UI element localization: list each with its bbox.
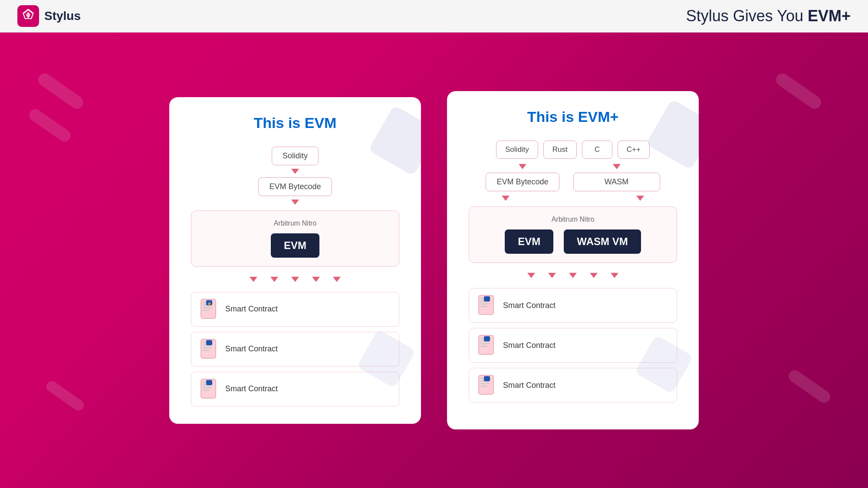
evmplus-arrows2-row (469, 192, 677, 204)
arr-c (291, 277, 299, 282)
evm-nitro-box: Arbitrum Nitro EVM (191, 210, 399, 267)
arr-b (270, 277, 278, 282)
evm-contract-item-2: Smart Contract (191, 332, 399, 367)
evm-contract-list: 🔒 Smart Contract (191, 292, 399, 406)
evm-card-title: This is EVM (191, 115, 399, 131)
lang-cpp: C++ (618, 141, 650, 159)
svg-rect-25 (484, 296, 490, 301)
svg-rect-13 (206, 340, 212, 345)
evmplus-flow: Solidity Rust C C++ EVM Bytecode WASM (469, 141, 677, 403)
lang-rust: Rust (543, 141, 577, 159)
evmplus-card-title: This is EVM+ (469, 108, 677, 125)
svg-rect-35 (480, 383, 490, 384)
header: Stylus Stylus Gives You EVM+ (0, 0, 868, 33)
arr-e (333, 277, 341, 282)
lang-c: C (582, 141, 612, 159)
arrow-right-nitro (636, 196, 644, 201)
arrow-left-nitro (502, 196, 510, 201)
evmplus-contract-item-1: Smart Contract (469, 288, 677, 323)
arrow-2 (291, 200, 299, 205)
evm-solidity-box: Solidity (272, 147, 319, 165)
ep-arr-b (548, 273, 556, 278)
ep-arr-d (590, 273, 598, 278)
evm-contract-label-2: Smart Contract (225, 344, 278, 354)
evm-flow: Solidity EVM Bytecode Arbitrum Nitro EVM (191, 147, 399, 406)
evm-contract-label-1: Smart Contract (225, 305, 278, 314)
header-title-normal: Stylus Gives You (686, 7, 808, 25)
col-evm-bytecode: EVM Bytecode (486, 160, 559, 191)
svg-rect-4 (203, 307, 212, 308)
evmplus-lang-row: Solidity Rust C C++ (469, 141, 677, 159)
contract-icon-1: 🔒 (200, 298, 218, 320)
lang-solidity: Solidity (496, 141, 538, 159)
svg-rect-19 (206, 380, 212, 385)
arrow-1 (291, 169, 299, 174)
decor-1 (36, 71, 86, 111)
decor-3 (44, 379, 86, 413)
ep-arr-e (611, 273, 618, 278)
arr-a (250, 277, 257, 282)
evm-bytecode-box: EVM Bytecode (258, 177, 332, 196)
arrow-wasm (613, 164, 621, 169)
decor-4 (773, 71, 824, 111)
evmplus-nitro-label: Arbitrum Nitro (482, 216, 664, 223)
evmplus-contract-label-3: Smart Contract (503, 381, 556, 390)
evmplus-arrows-row (527, 269, 618, 282)
evm-card: This is EVM Solidity EVM Bytecode Arbitr… (169, 97, 421, 424)
svg-rect-24 (480, 306, 487, 307)
svg-rect-5 (203, 310, 210, 311)
evmplus-contract-item-3: Smart Contract (469, 368, 677, 403)
decor-2 (27, 107, 73, 144)
ep-arr-a (527, 273, 535, 278)
evmplus-contract-item-2: Smart Contract (469, 328, 677, 363)
svg-rect-37 (484, 376, 490, 381)
evm-vm-button: EVM (271, 233, 319, 258)
svg-rect-17 (203, 387, 212, 388)
background-area: This is EVM Solidity EVM Bytecode Arbitr… (0, 33, 868, 488)
logo-area: Stylus (17, 5, 81, 27)
svg-rect-30 (480, 346, 487, 347)
logo-icon (17, 5, 39, 27)
ep-arr-c (569, 273, 577, 278)
arr-d (312, 277, 320, 282)
logo-text: Stylus (44, 9, 81, 23)
ep-contract-icon-3 (478, 374, 496, 396)
evmplus-bytecode-row: EVM Bytecode WASM (469, 160, 677, 191)
svg-rect-11 (203, 347, 212, 348)
evmplus-vm-buttons: EVM WASM VM (482, 229, 664, 254)
svg-rect-31 (484, 336, 490, 341)
evmplus-evm-bytecode-box: EVM Bytecode (486, 173, 559, 191)
evmplus-wasmvm-button: WASM VM (564, 229, 641, 254)
header-title: Stylus Gives You EVM+ (686, 7, 851, 25)
evmplus-wasm-box: WASM (573, 173, 660, 191)
svg-rect-23 (480, 303, 490, 305)
header-title-bold: EVM+ (808, 7, 851, 25)
evmplus-nitro-box: Arbitrum Nitro EVM WASM VM (469, 206, 677, 263)
decor-5 (786, 368, 832, 405)
evmplus-evm-button: EVM (505, 229, 553, 254)
svg-rect-36 (480, 386, 487, 387)
evm-contract-item-1: 🔒 Smart Contract (191, 292, 399, 327)
arrow-evm-bc (519, 164, 526, 169)
svg-rect-12 (203, 350, 210, 351)
contract-icon-3 (200, 378, 218, 400)
evmplus-contract-list: Smart Contract Smart Contract (469, 288, 677, 403)
ep-contract-icon-1 (478, 295, 496, 316)
evmplus-contract-label-2: Smart Contract (503, 341, 556, 350)
evmplus-card: This is EVM+ Solidity Rust C C++ EVM Byt… (447, 91, 699, 429)
col-wasm: WASM (573, 160, 660, 191)
evm-arrows-row (250, 273, 341, 285)
evmplus-contract-label-1: Smart Contract (503, 301, 556, 310)
svg-rect-29 (480, 343, 490, 344)
ep-contract-icon-2 (478, 334, 496, 356)
svg-rect-18 (203, 390, 210, 391)
svg-text:🔒: 🔒 (207, 301, 211, 305)
evm-contract-label-3: Smart Contract (225, 384, 278, 393)
evm-nitro-label: Arbitrum Nitro (204, 219, 386, 227)
evm-contract-item-3: Smart Contract (191, 372, 399, 406)
contract-icon-2 (200, 338, 218, 360)
